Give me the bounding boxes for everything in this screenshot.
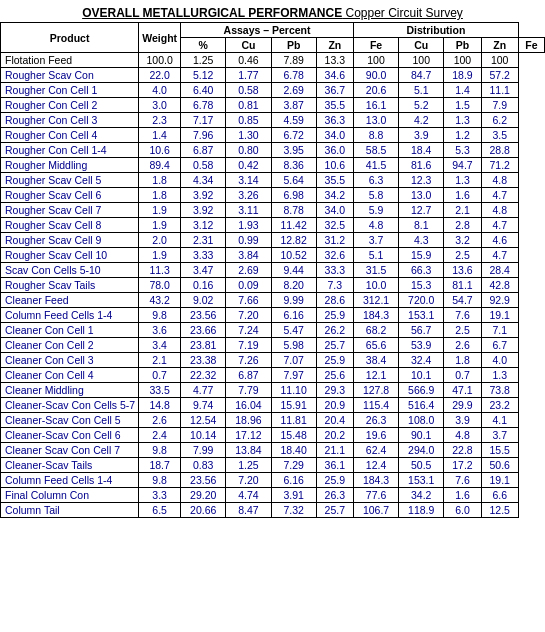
table-row: Cleaner Con Cell 13.623.667.245.4726.268… — [1, 323, 545, 338]
cell-value: 184.3 — [353, 308, 398, 323]
cell-value: 22.8 — [444, 443, 481, 458]
cell-product: Rougher Con Cell 4 — [1, 128, 139, 143]
cell-value: 25.7 — [316, 503, 353, 518]
cell-value: 41.5 — [353, 158, 398, 173]
cell-value: 6.72 — [271, 128, 316, 143]
cell-value: 5.2 — [399, 98, 444, 113]
cell-value: 6.0 — [444, 503, 481, 518]
cell-value: 7.32 — [271, 503, 316, 518]
cell-value: 11.1 — [481, 83, 518, 98]
cell-value: 18.4 — [399, 143, 444, 158]
cell-value: 1.9 — [139, 203, 181, 218]
cell-value: 4.6 — [481, 233, 518, 248]
cell-value: 2.0 — [139, 233, 181, 248]
cell-value: 33.5 — [139, 383, 181, 398]
cell-value: 7.66 — [226, 293, 271, 308]
cell-value: 12.54 — [181, 413, 226, 428]
cell-product: Rougher Scav Cell 10 — [1, 248, 139, 263]
cell-value: 6.5 — [139, 503, 181, 518]
table-row: Rougher Scav Cell 101.93.333.8410.5232.6… — [1, 248, 545, 263]
cell-value: 7.1 — [481, 323, 518, 338]
cell-value: 19.6 — [353, 428, 398, 443]
cell-value: 100.0 — [139, 53, 181, 68]
cell-value: 16.04 — [226, 398, 271, 413]
cell-value: 100 — [353, 53, 398, 68]
table-row: Rougher Scav Cell 92.02.310.9912.8231.23… — [1, 233, 545, 248]
cell-value: 2.3 — [139, 113, 181, 128]
cell-value: 3.4 — [139, 338, 181, 353]
cell-product: Cleaner Feed — [1, 293, 139, 308]
cell-value: 1.25 — [226, 458, 271, 473]
cell-value: 3.7 — [353, 233, 398, 248]
cell-value: 9.8 — [139, 473, 181, 488]
cell-value: 12.3 — [399, 173, 444, 188]
cell-value: 4.59 — [271, 113, 316, 128]
cell-value: 25.9 — [316, 473, 353, 488]
cell-value: 31.2 — [316, 233, 353, 248]
table-row: Cleaner Feed43.29.027.669.9928.6312.1720… — [1, 293, 545, 308]
cell-value: 3.3 — [139, 488, 181, 503]
cell-value: 13.3 — [316, 53, 353, 68]
cell-value: 2.1 — [444, 203, 481, 218]
cell-value: 1.93 — [226, 218, 271, 233]
cell-value: 38.4 — [353, 353, 398, 368]
cell-value: 68.2 — [353, 323, 398, 338]
cell-value: 10.6 — [316, 158, 353, 173]
table-row: Rougher Scav Cell 61.83.923.266.9834.25.… — [1, 188, 545, 203]
cell-value: 7.89 — [271, 53, 316, 68]
cell-value: 3.84 — [226, 248, 271, 263]
cell-value: 26.3 — [353, 413, 398, 428]
cell-value: 36.1 — [316, 458, 353, 473]
cell-value: 0.16 — [181, 278, 226, 293]
cell-value: 34.2 — [399, 488, 444, 503]
cell-value: 3.9 — [444, 413, 481, 428]
cell-value: 32.4 — [399, 353, 444, 368]
cell-value: 1.9 — [139, 248, 181, 263]
cell-value: 18.40 — [271, 443, 316, 458]
cell-value: 7.17 — [181, 113, 226, 128]
cell-value: 50.6 — [481, 458, 518, 473]
cell-value: 23.38 — [181, 353, 226, 368]
cell-value: 15.3 — [399, 278, 444, 293]
col-header-pct: % — [181, 38, 226, 53]
table-row: Rougher Con Cell 41.47.961.306.7234.08.8… — [1, 128, 545, 143]
cell-value: 4.8 — [481, 203, 518, 218]
cell-value: 4.3 — [399, 233, 444, 248]
cell-value: 3.47 — [181, 263, 226, 278]
cell-product: Scav Con Cells 5-10 — [1, 263, 139, 278]
cell-value: 4.7 — [481, 218, 518, 233]
cell-value: 29.9 — [444, 398, 481, 413]
cell-value: 8.20 — [271, 278, 316, 293]
cell-value: 22.0 — [139, 68, 181, 83]
cell-value: 0.7 — [139, 368, 181, 383]
cell-value: 127.8 — [353, 383, 398, 398]
table-row: Column Feed Cells 1-49.823.567.206.1625.… — [1, 308, 545, 323]
cell-value: 6.2 — [481, 113, 518, 128]
cell-value: 29.20 — [181, 488, 226, 503]
cell-value: 19.1 — [481, 473, 518, 488]
metallurgical-table: Product Weight Assays – Percent Distribu… — [0, 22, 545, 518]
cell-product: Rougher Scav Con — [1, 68, 139, 83]
cell-value: 8.1 — [399, 218, 444, 233]
cell-value: 23.56 — [181, 308, 226, 323]
cell-value: 10.52 — [271, 248, 316, 263]
cell-value: 71.2 — [481, 158, 518, 173]
cell-value: 1.9 — [139, 218, 181, 233]
cell-value: 12.4 — [353, 458, 398, 473]
cell-product: Rougher Con Cell 1 — [1, 83, 139, 98]
cell-value: 2.5 — [444, 248, 481, 263]
cell-value: 0.46 — [226, 53, 271, 68]
cell-value: 5.3 — [444, 143, 481, 158]
cell-value: 15.48 — [271, 428, 316, 443]
col-header-assay-fe: Fe — [353, 38, 398, 53]
cell-value: 8.8 — [353, 128, 398, 143]
cell-value: 2.4 — [139, 428, 181, 443]
cell-value: 6.87 — [226, 368, 271, 383]
cell-value: 7.26 — [226, 353, 271, 368]
cell-value: 7.6 — [444, 473, 481, 488]
cell-product: Cleaner Con Cell 3 — [1, 353, 139, 368]
cell-product: Cleaner Con Cell 1 — [1, 323, 139, 338]
cell-value: 7.79 — [226, 383, 271, 398]
cell-value: 9.8 — [139, 443, 181, 458]
table-row: Rougher Scav Cell 81.93.121.9311.4232.54… — [1, 218, 545, 233]
